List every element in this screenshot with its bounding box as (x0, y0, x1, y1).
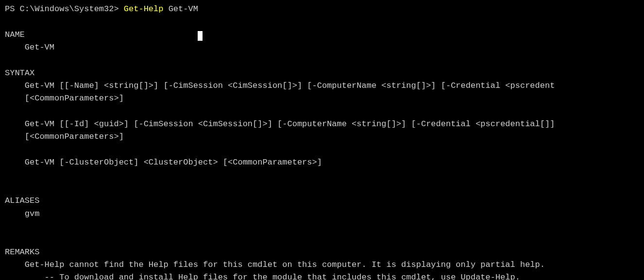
remarks-section-header: REMARKS (5, 246, 639, 259)
syntax-line: [<CommonParameters>] (5, 131, 639, 143)
syntax-line: [<CommonParameters>] (5, 92, 639, 105)
blank-line (5, 169, 639, 181)
remarks-line: -- To download and install Help files fo… (5, 271, 639, 280)
prompt-prefix: PS C:\Windows\System32> (5, 4, 124, 14)
syntax-line: Get-VM [-ClusterObject] <ClusterObject> … (5, 156, 639, 169)
blank-line (5, 54, 639, 66)
syntax-line: Get-VM [[-Name] <string[]>] [-CimSession… (5, 80, 639, 92)
command-argument: Get-VM (163, 4, 198, 14)
blank-line (5, 144, 639, 156)
blank-line (5, 233, 639, 246)
blank-line (5, 220, 639, 233)
blank-line (5, 105, 639, 118)
remarks-line: Get-Help cannot find the Help files for … (5, 259, 639, 271)
command-name: Get-Help (124, 4, 164, 14)
prompt-line: PS C:\Windows\System32> Get-Help Get-VM (5, 3, 639, 16)
name-value: Get-VM (5, 41, 639, 54)
aliases-value: gvm (5, 208, 639, 220)
syntax-line: Get-VM [[-Id] <guid>] [-CimSession <CimS… (5, 118, 639, 131)
blank-line (5, 16, 639, 28)
cursor (198, 31, 203, 41)
name-section-header: NAME (5, 29, 639, 41)
terminal-output[interactable]: PS C:\Windows\System32> Get-Help Get-VM … (5, 3, 639, 280)
blank-line (5, 182, 639, 195)
aliases-section-header: ALIASES (5, 195, 639, 207)
syntax-section-header: SYNTAX (5, 67, 639, 80)
